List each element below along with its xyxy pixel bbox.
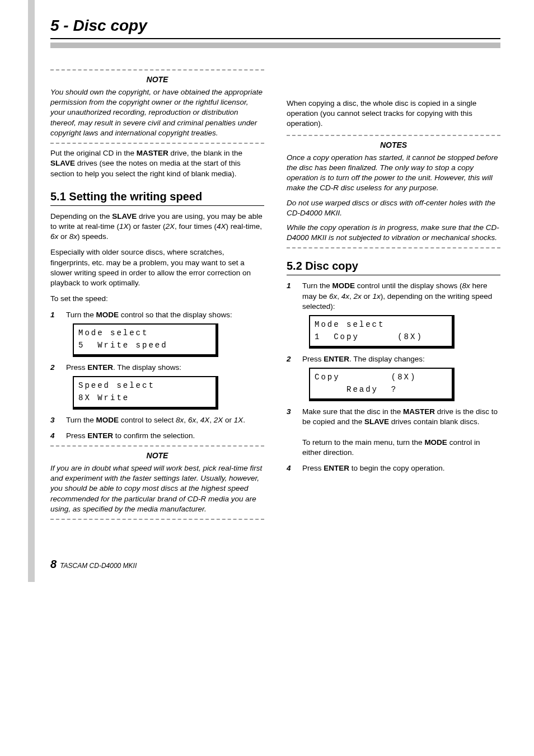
page-number: 8: [50, 558, 57, 571]
step-text: Turn the MODE control to select 8x, 6x, …: [66, 415, 245, 425]
text: ,: [184, 416, 188, 424]
text: drive, the blank in the: [168, 149, 242, 157]
step-3: 3 Turn the MODE control to select 8x, 6x…: [50, 415, 264, 425]
text: ,: [337, 292, 341, 300]
lcd-display-write-speed-menu: Mode select 5 Write speed: [73, 323, 218, 357]
step-2: 2 Press ENTER. The display changes:: [287, 354, 500, 364]
section-5-2-heading: 5.2 Disc copy: [287, 260, 500, 275]
speed-4x: 4x: [341, 292, 349, 300]
mode-control: MODE: [96, 416, 119, 424]
mode-control: MODE: [424, 438, 447, 447]
step-text: Press ENTER. The display shows:: [66, 363, 181, 373]
text: ) or faster (: [129, 222, 166, 231]
left-margin-bar: [28, 0, 35, 582]
step-4: 4 Press ENTER to confirm the selection.: [50, 431, 264, 441]
text: control until the display shows (: [355, 281, 462, 290]
notes-divider-bottom: [287, 247, 500, 248]
step-number: 1: [50, 310, 58, 320]
step-number: 2: [50, 363, 58, 373]
step-text: Turn the MODE control so that the displa…: [66, 310, 232, 320]
slave-label: SLAVE: [112, 212, 137, 220]
text: , four times (: [175, 222, 217, 231]
step-text: Make sure that the disc in the MASTER dr…: [302, 407, 500, 458]
step-3: 3 Make sure that the disc in the MASTER …: [287, 407, 500, 458]
step-number: 3: [50, 415, 58, 425]
text: to confirm the selection.: [113, 431, 195, 440]
notes-body-1: Once a copy operation has started, it ca…: [287, 153, 500, 194]
chapter-title: 5 - Disc copy: [50, 17, 500, 39]
title-underbar: [50, 43, 500, 48]
step-number: 4: [287, 463, 294, 473]
step-4: 4 Press ENTER to begin the copy operatio…: [287, 463, 500, 473]
speed-6x: 6x: [329, 292, 337, 300]
text: to begin the copy operation.: [349, 464, 444, 472]
notes-body-3: While the copy operation is in progress,…: [287, 223, 500, 243]
text: or: [223, 416, 234, 424]
notes-divider-top: [287, 135, 500, 136]
note-heading: NOTE: [50, 75, 264, 84]
text: Turn the: [66, 311, 96, 319]
mode-control: MODE: [96, 311, 119, 319]
note-body: If you are in doubt what speed will work…: [50, 463, 264, 514]
text: .: [243, 416, 245, 424]
text: control to select: [119, 416, 176, 424]
step-1: 1 Turn the MODE control so that the disp…: [50, 310, 264, 320]
speed-2x: 2X: [214, 416, 223, 424]
text: ,: [349, 292, 354, 300]
left-column: NOTE You should own the copyright, or ha…: [50, 65, 264, 524]
speed-4x: 4X: [217, 222, 226, 231]
speed-2x: 2x: [354, 292, 362, 300]
text: or: [362, 292, 373, 300]
text: . The display changes:: [349, 355, 425, 363]
spacer: [287, 65, 500, 98]
two-column-layout: NOTE You should own the copyright, or ha…: [50, 65, 500, 524]
text: Turn the: [302, 281, 332, 290]
step-text: Turn the MODE control until the display …: [302, 281, 500, 312]
text: Make sure that the disc in the: [302, 407, 403, 416]
notes-body-2: Do not use warped discs or discs with of…: [287, 198, 500, 218]
text: or: [58, 232, 69, 241]
text: To return to the main menu, turn the: [302, 438, 424, 447]
speed-6x: 6x: [50, 232, 58, 241]
text: Press: [302, 464, 324, 472]
note-divider-bottom: [50, 519, 264, 520]
slave-label: SLAVE: [50, 159, 75, 167]
text: control so that the display shows:: [119, 311, 232, 319]
speed-1x: 1x: [372, 292, 380, 300]
text: Put the original CD in the: [50, 149, 137, 157]
insert-discs-paragraph: Put the original CD in the MASTER drive,…: [50, 148, 264, 179]
footer-label: TASCAM CD-D4000 MKII: [60, 562, 137, 570]
text: ,: [209, 416, 214, 424]
step-number: 4: [50, 431, 58, 441]
speed-1x: 1X: [234, 416, 243, 424]
page-footer: 8 TASCAM CD-D4000 MKII: [50, 558, 500, 571]
speed-8x: 8x: [462, 281, 470, 290]
text: ) real-time,: [226, 222, 263, 231]
text: Turn the: [66, 416, 96, 424]
note-heading: NOTE: [50, 451, 264, 460]
enter-key: ENTER: [87, 431, 113, 440]
slave-label: SLAVE: [364, 417, 389, 426]
enter-key: ENTER: [324, 355, 349, 363]
speed-8x: 8x: [176, 416, 184, 424]
speed-capability-paragraph: Depending on the SLAVE drive you are usi…: [50, 212, 264, 242]
text: drives contain blank discs.: [389, 417, 479, 426]
step-number: 3: [287, 407, 294, 458]
lcd-display-copy-menu: Mode select 1 Copy (8X): [309, 315, 455, 349]
section-5-1-heading: 5.1 Setting the writing speed: [50, 190, 264, 206]
speed-1x: 1X: [119, 222, 129, 231]
speed-4x: 4X: [200, 416, 210, 424]
step-text: Press ENTER. The display changes:: [302, 354, 425, 364]
text: Depending on the: [50, 212, 112, 220]
right-column: When copying a disc, the whole disc is c…: [287, 65, 500, 524]
speed-2x: 2X: [166, 222, 175, 231]
to-set-speed-paragraph: To set the speed:: [50, 294, 264, 304]
text: Press: [66, 363, 87, 372]
lcd-display-speed-select: Speed select 8X Write: [73, 376, 218, 410]
text: Press: [302, 355, 324, 363]
step-2: 2 Press ENTER. The display shows:: [50, 363, 264, 373]
step-1: 1 Turn the MODE control until the displa…: [287, 281, 500, 312]
enter-key: ENTER: [324, 464, 349, 472]
lcd-display-copy-ready: Copy (8X) Ready ?: [309, 368, 455, 401]
whole-disc-copy-paragraph: When copying a disc, the whole disc is c…: [287, 98, 500, 129]
